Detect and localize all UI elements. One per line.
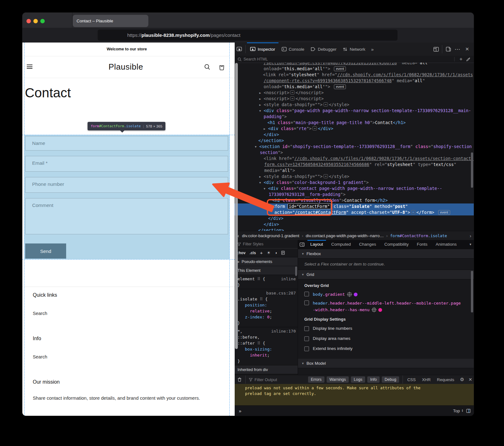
form-field-email[interactable]: Email * — [25, 156, 228, 172]
console-filter-css[interactable]: CSS — [404, 377, 419, 382]
console-filter-info[interactable]: Info — [367, 376, 380, 383]
element-picker-icon[interactable] — [235, 44, 244, 54]
form-field-name[interactable]: Name — [25, 136, 228, 151]
markup-line[interactable]: </section> — [235, 227, 474, 231]
dark-theme-icon[interactable]: ◑ — [275, 250, 277, 255]
tab-inspector[interactable]: Inspector — [247, 43, 278, 56]
markup-line[interactable]: </div> — [235, 221, 474, 227]
form-field-phone-number[interactable]: Phone number — [25, 177, 228, 193]
page-overlay-scrollbar[interactable] — [235, 63, 238, 349]
pseudo-class-toggle[interactable]: :hov — [238, 251, 245, 255]
markup-line[interactable]: <link rel="stylesheet" href="//cdn.shopi… — [235, 72, 474, 78]
address-bar[interactable]: https://plausible-8238.myshopify.com/pag… — [98, 30, 398, 41]
grid-color-swatch[interactable] — [378, 308, 382, 312]
grid-checkbox[interactable] — [304, 292, 309, 296]
layout-scrollbar[interactable] — [471, 271, 473, 312]
send-button[interactable]: Send — [25, 243, 66, 259]
sidebar-tab-changes[interactable]: Changes — [355, 240, 380, 249]
browser-tab[interactable]: Contact – Plausible — [73, 15, 148, 27]
markup-line[interactable]: <link href="//cdn.shopify.com/s/files/1/… — [235, 156, 474, 162]
grid-setting-row[interactable]: Display area names — [304, 333, 474, 343]
responsive-design-icon[interactable] — [444, 44, 453, 54]
tab-network[interactable]: Network — [340, 43, 369, 56]
console-settings-icon[interactable]: ⚙ — [457, 375, 467, 384]
markup-line[interactable]: ▶<style data-shopify="">⋯</style> — [235, 102, 474, 108]
console-filter-logs[interactable]: Logs — [351, 376, 365, 383]
sidebar-tab-animations[interactable]: Animations — [432, 240, 461, 249]
close-devtools-icon[interactable]: ✕ — [462, 44, 472, 54]
grid-section-header[interactable]: ▼Grid — [298, 270, 474, 279]
markup-line[interactable]: media="all"> — [235, 168, 474, 174]
class-toggle[interactable]: .cls — [249, 251, 256, 255]
markup-line[interactable]: ▼<div class="color-background-1 gradient… — [235, 180, 474, 186]
cart-icon[interactable] — [218, 64, 225, 71]
markup-line[interactable]: ▶<noscript>⋯</noscript> — [235, 96, 474, 102]
add-rule-icon[interactable]: + — [260, 250, 263, 255]
sidebar-tab-fonts[interactable]: Fonts — [413, 240, 432, 249]
markup-line[interactable]: ▼<section id="shopify-section-template--… — [235, 144, 474, 150]
markup-line[interactable]: ▶<div class="rte">⋯</div> — [235, 126, 474, 132]
split-console-icon[interactable] — [431, 44, 441, 54]
tabs-dropdown-icon[interactable]: ▼ — [468, 240, 474, 249]
flexbox-section-header[interactable]: ▼Flexbox — [298, 249, 474, 259]
add-node-icon[interactable]: + — [456, 56, 466, 62]
setting-checkbox[interactable] — [304, 336, 309, 341]
grid-checkbox[interactable] — [304, 300, 309, 305]
tab-debugger[interactable]: Debugger — [307, 43, 340, 56]
print-simulation-icon[interactable] — [281, 251, 285, 255]
console-filter-requests[interactable]: Requests — [434, 377, 457, 382]
close-window-button[interactable] — [26, 19, 31, 23]
markup-scrollbar[interactable] — [471, 152, 473, 188]
markup-line[interactable]: ▶<noscript>⋯</noscript> — [235, 90, 474, 96]
markup-line[interactable]: section"> — [235, 150, 474, 156]
eyedropper-icon[interactable] — [466, 57, 474, 61]
grid-setting-row[interactable]: Extend lines infinitely — [304, 343, 474, 353]
breadcrumb-next-icon[interactable]: › — [470, 233, 474, 238]
footer-link[interactable]: Search — [33, 311, 203, 316]
markup-line[interactable]: /section-main-page.css?v=848677459125201… — [235, 63, 474, 66]
console-filter-xhr[interactable]: XHR — [419, 377, 434, 382]
rules-scrollbar[interactable] — [295, 266, 297, 276]
search-icon[interactable] — [204, 64, 211, 71]
setting-checkbox[interactable] — [304, 326, 309, 331]
minimize-window-button[interactable] — [33, 19, 38, 23]
form-field-comment[interactable]: Comment — [25, 198, 228, 234]
box-model-section-header[interactable]: ▼Box Model — [298, 359, 474, 368]
markup-line[interactable]: onload="this.media='all'"> event — [235, 66, 474, 72]
grid-highlight-icon[interactable] — [372, 308, 376, 312]
markup-line[interactable]: 17330976293128__form-padding"> — [235, 192, 474, 197]
console-close-icon[interactable]: ✕ — [467, 375, 474, 384]
breadcrumb-item[interactable]: div.color-background-1.gradient — [242, 233, 299, 238]
light-theme-icon[interactable]: ☀ — [267, 250, 271, 255]
grid-highlight-icon[interactable] — [348, 293, 351, 296]
zoom-window-button[interactable] — [40, 19, 45, 23]
sidebar-tab-computed[interactable]: Computed — [327, 240, 355, 249]
markup-line[interactable]: /component-rte.css?v=6991943663851532978… — [235, 78, 474, 84]
breadcrumb-item[interactable]: div.contact.page-width.page-width--narro… — [306, 233, 384, 238]
grid-setting-row[interactable]: Display line numbers — [304, 323, 474, 333]
store-name[interactable]: Plausible — [22, 56, 229, 78]
tab-console[interactable]: Console — [278, 43, 308, 56]
grid-color-swatch[interactable] — [354, 293, 358, 296]
sidebar-toggle-icon[interactable] — [298, 240, 306, 249]
css-rule[interactable]: base.css:287.isolate ⠿ { position: relat… — [235, 289, 298, 327]
overlay-grid-row[interactable]: header.header.header--middle-left.header… — [304, 300, 474, 313]
markup-line[interactable]: <h1 class="main-page-title page-title h0… — [235, 120, 474, 126]
css-rule[interactable]: *,inline:170::before,::after ⠿ { box-siz… — [235, 327, 298, 365]
setting-checkbox[interactable] — [304, 346, 309, 351]
css-rule[interactable]: element ⠿ {inline} — [235, 275, 298, 289]
breadcrumb-item-selected[interactable]: form#ContactForm.isolate — [390, 233, 447, 238]
filter-styles-input[interactable]: Filter Styles — [235, 240, 298, 249]
markup-line[interactable]: </div> — [235, 132, 474, 138]
sidebar-tab-layout[interactable]: Layout — [306, 240, 327, 249]
markup-line[interactable]: padding"> — [235, 114, 474, 120]
console-input-row[interactable]: » Top ▲▼ — [235, 405, 474, 416]
markup-line[interactable]: form.css?v=12475605843249503552167456668… — [235, 162, 474, 168]
evaluation-context-selector[interactable]: Top ▲▼ — [453, 409, 474, 413]
search-html-bar[interactable]: Search HTML + — [235, 56, 474, 63]
markup-line[interactable]: </div> — [235, 215, 474, 221]
footer-link[interactable]: Search — [33, 354, 203, 359]
markup-line[interactable]: ▼<div class="page-width page-width--narr… — [235, 108, 474, 114]
css-rules[interactable]: element ⠿ {inline}base.css:287.isolate ⠿… — [235, 275, 298, 375]
console-filter-errors[interactable]: Errors — [308, 376, 324, 383]
